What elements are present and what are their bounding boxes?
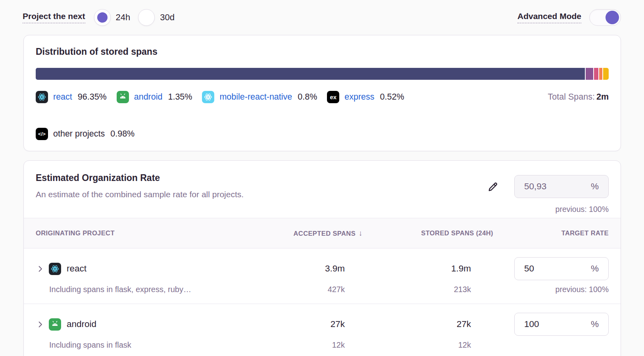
legend-project-name[interactable]: express [344,92,374,102]
legend-item: mobile-react-native 0.8% [202,91,317,103]
legend-item: ex express 0.52% [327,91,404,103]
period-radio-label: 24h [116,12,131,23]
top-controls: Project the next 24h 30d Advanced Mode [23,8,621,27]
chevron-right-icon [36,264,45,273]
target-rate-value: 100 [524,319,539,329]
express-icon: ex [327,91,339,103]
distribution-title: Distribution of stored spans [36,46,609,57]
target-rate-value: 50 [524,264,534,274]
expand-row-button[interactable] [36,320,45,329]
org-rate-previous: previous: 100% [556,205,609,214]
target-rate-input[interactable]: 100 % [514,313,609,336]
org-rate-value: 50,93 [524,181,546,192]
target-rate-unit: % [591,264,599,274]
table-body: react 3.9m 1.9m 50 % Including spans in … [24,248,621,356]
project-subtext: Including spans in flask [49,341,256,350]
radio-unselected-icon [138,9,155,26]
radio-selected-icon [94,9,111,26]
edit-rate-button[interactable] [487,181,499,193]
legend-item: react 96.35% [36,91,107,103]
target-rate-previous: previous: 100% [493,285,609,294]
org-rate-section: Estimated Organization Rate An estimate … [24,161,621,218]
project-the-next-label: Project the next [23,12,85,23]
accepted-spans-value: 3.9m [256,264,363,274]
col-accepted-spans[interactable]: ACCEPTED SPANS↓ [256,229,363,238]
bar-segment-mobile-react-native[interactable] [594,68,598,80]
target-rate-unit: % [591,319,599,329]
bar-segment-other-projects[interactable] [603,68,609,80]
period-radio-30d[interactable]: 30d [138,9,175,26]
total-spans: Total Spans:2m [548,92,609,102]
project-cell: react [36,263,256,275]
col-stored-spans: STORED SPANS (24H) [363,229,493,237]
legend-project-percent: 96.35% [78,92,107,102]
android-icon [49,318,61,331]
org-rate-text: Estimated Organization Rate An estimate … [36,173,244,214]
sampling-card: Estimated Organization Rate An estimate … [23,160,621,356]
pencil-icon [487,181,499,193]
legend-project-name[interactable]: mobile-react-native [219,92,292,102]
table-row: android 27k 27k 100 % Including spans in… [24,304,621,356]
legend-project-name[interactable]: react [53,92,72,102]
target-rate-input[interactable]: 50 % [514,257,609,280]
total-spans-label: Total Spans: [548,92,595,102]
projection-period-control: Project the next 24h 30d [23,9,183,26]
project-name: react [67,264,87,274]
project-cell: android [36,318,256,331]
distribution-card: Distribution of stored spans react 96.35… [23,35,621,151]
legend-project-name: other projects [53,129,105,139]
legend-project-percent: 0.52% [380,92,404,102]
legend-project-percent: 0.8% [298,92,317,102]
chevron-right-icon [36,320,45,329]
legend-item: </> other projects 0.98% [36,128,135,140]
org-rate-title: Estimated Organization Rate [36,173,244,183]
expand-row-button[interactable] [36,264,45,273]
stored-spans-stacked-bar [36,68,609,80]
org-rate-input-area: 50,93 % previous: 100% [487,173,609,214]
org-rate-unit: % [591,181,599,192]
table-header: ORIGINATING PROJECT ACCEPTED SPANS↓ STOR… [24,218,621,248]
period-radio-24h[interactable]: 24h [94,9,131,26]
stored-spans-value: 1.9m [363,264,493,274]
bar-segment-react[interactable] [36,68,585,80]
col-target-rate: TARGET RATE [493,229,609,237]
stored-spans-value: 27k [363,319,493,329]
table-row: react 3.9m 1.9m 50 % Including spans in … [24,248,621,304]
accepted-spans-subvalue: 12k [256,341,363,350]
sort-desc-icon: ↓ [359,229,363,237]
accepted-spans-subvalue: 427k [256,285,363,294]
period-radio-group: 24h 30d [94,9,183,26]
advanced-mode-toggle[interactable] [589,9,621,26]
react-icon [36,91,48,103]
legend-project-name[interactable]: android [134,92,163,102]
stored-spans-subvalue: 213k [363,285,493,294]
col-originating-project: ORIGINATING PROJECT [36,229,256,237]
stored-spans-subvalue: 12k [363,341,493,350]
toggle-knob-icon [606,11,619,24]
total-spans-value: 2m [596,92,609,102]
period-radio-label: 30d [160,12,175,23]
react-icon [49,263,61,275]
accepted-spans-value: 27k [256,319,363,329]
distribution-legend: react 96.35% android 1.35% mobile-react-… [36,91,609,140]
advanced-mode-label: Advanced Mode [517,12,581,23]
legend-project-percent: 1.35% [168,92,192,102]
legend-item: android 1.35% [117,91,192,103]
android-icon [117,91,129,103]
org-rate-description: An estimate of the combined sample rate … [36,190,244,199]
project-subtext: Including spans in flask, express, ruby… [49,285,256,294]
org-rate-input[interactable]: 50,93 % [514,175,609,198]
legend-project-percent: 0.98% [110,129,135,139]
bar-segment-express[interactable] [599,68,602,80]
advanced-mode-control: Advanced Mode [517,9,621,26]
code-icon: </> [36,128,48,140]
project-name: android [67,319,96,329]
react-native-icon [202,91,214,103]
bar-segment-android[interactable] [586,68,593,80]
